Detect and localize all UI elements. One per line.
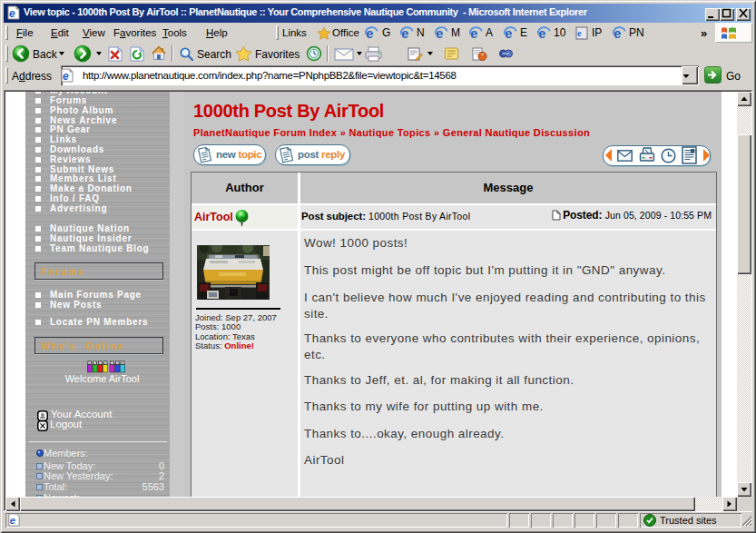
svg-text:e: e	[10, 515, 15, 526]
svg-text:e: e	[63, 70, 69, 83]
svg-text:e: e	[9, 7, 15, 20]
svg-text:e: e	[577, 28, 582, 38]
